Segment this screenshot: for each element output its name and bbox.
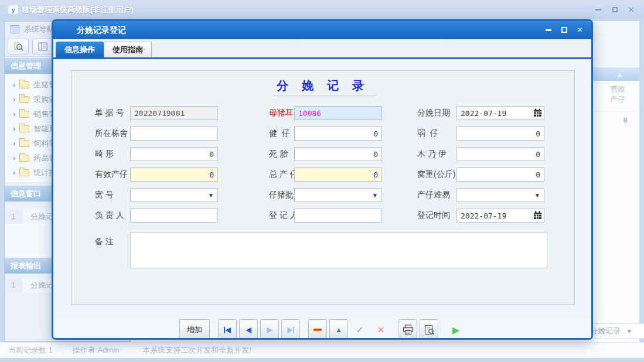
farrowing-form-panel: 分 娩 记 录 单 据 号 母猪耳号 分娩日期 [71, 70, 575, 305]
healthy-piglets-field[interactable] [294, 127, 382, 141]
effective-litter-label: 有效产仔 [95, 169, 128, 180]
window-bottom-edge [0, 358, 644, 362]
tab-user-guide[interactable]: 使用指南 [104, 42, 152, 57]
register-time-label: 登记时间 [417, 210, 450, 221]
sow-ear-no-field[interactable] [294, 106, 382, 120]
building-label: 所在栋舍 [95, 128, 128, 139]
panel-button[interactable] [32, 39, 53, 54]
chevron-down-icon: ▼ [372, 192, 378, 199]
mummy-label: 木 乃 伊 [417, 149, 447, 159]
cancel-button[interactable]: ✕ [372, 319, 390, 340]
chevron-down-icon: ▼ [626, 328, 632, 334]
form-title-underline [274, 95, 376, 95]
minimize-icon [595, 9, 601, 11]
edit-button[interactable]: ▲ [329, 319, 348, 340]
statusbar: 当前记录数 1 操作者:Admin 本系统支持二次开发和全新开发! [0, 342, 644, 358]
registrar-field[interactable] [294, 209, 382, 223]
close-icon: ✕ [577, 26, 582, 34]
folder-icon [19, 155, 29, 162]
dialog-content: 分 娩 记 录 单 据 号 母猪耳号 分娩日期 [53, 59, 591, 340]
calendar-icon[interactable] [533, 108, 542, 117]
add-button[interactable]: 增加 [179, 319, 210, 340]
folder-icon [19, 81, 29, 88]
chevron-right-icon: › [13, 95, 15, 104]
dialog-maximize-button[interactable] [560, 26, 568, 34]
column-header[interactable]: 有效产仔 [610, 84, 639, 111]
chevron-right-icon: › [13, 153, 15, 162]
deformed-field[interactable] [130, 147, 218, 161]
chevron-right-icon: › [13, 139, 15, 148]
tab-info-operation[interactable]: 信息操作 [56, 42, 104, 57]
nav-checkbox-icon[interactable] [11, 25, 19, 33]
remark-label: 备 注 [95, 237, 114, 247]
search-icon [13, 42, 23, 52]
system-nav-label: 系统导航 [24, 24, 54, 35]
folder-icon [19, 96, 29, 103]
farrowing-record-dialog: 分娩记录登记 ✕ 信息操作 使用指南 分 娩 记 录 单 据 号 母猪耳号 分娩… [52, 19, 593, 340]
nav-last-icon: ▶ [287, 326, 292, 334]
litter-no-select[interactable]: ▼ [130, 188, 218, 202]
building-field[interactable] [130, 127, 218, 141]
chevron-right-icon: › [13, 124, 15, 133]
run-button[interactable]: ▶ [447, 319, 465, 340]
chevron-right-icon: › [13, 80, 15, 89]
mummy-field[interactable] [456, 147, 544, 161]
form-title: 分 娩 记 录 [71, 78, 574, 94]
effective-litter-field[interactable] [130, 168, 218, 182]
close-icon: ✕ [628, 5, 635, 14]
app-icon: y [8, 5, 18, 14]
main-restore-button[interactable] [610, 5, 619, 13]
minus-icon [314, 329, 322, 331]
main-minimize-button[interactable] [594, 5, 603, 13]
remark-field[interactable] [130, 232, 547, 268]
nav-first-icon: ◀ [225, 326, 230, 334]
dialog-minimize-button[interactable] [544, 26, 553, 34]
minimize-icon [546, 29, 551, 31]
panel-icon [38, 42, 47, 51]
nav-first-button[interactable]: ◀ [218, 319, 237, 340]
status-message: 本系统支持二次开发和全新开发! [142, 345, 251, 356]
difficulty-select[interactable]: ▼ [456, 188, 544, 202]
main-close-button[interactable]: ✕ [626, 5, 636, 13]
register-time-field[interactable] [456, 209, 544, 223]
nav-prev-button[interactable]: ◀ [239, 319, 258, 340]
printer-icon [403, 325, 414, 335]
search-button[interactable] [8, 39, 29, 54]
main-titlebar: y 猪场管理系统高级版(非注册用户) ✕ [0, 0, 644, 19]
folder-icon [19, 169, 29, 176]
chevron-right-icon: › [13, 110, 15, 118]
record-type-select[interactable]: 分娩记录 ▼ [585, 323, 644, 339]
dialog-title: 分娩记录登记 [77, 25, 126, 36]
print-button[interactable] [398, 319, 417, 340]
difficulty-label: 产仔难易 [417, 190, 450, 200]
dialog-button-bar: 增加 ◀ ◀ ▶ ▶ ▲ ✓ ✕ [53, 318, 591, 340]
responsible-field[interactable] [130, 209, 218, 223]
responsible-label: 负 责 人 [95, 210, 124, 221]
doc-no-label: 单 据 号 [95, 108, 124, 118]
calendar-icon[interactable] [533, 211, 542, 220]
row-index: 1 [5, 210, 22, 224]
farrow-date-field[interactable] [456, 106, 544, 120]
folder-icon [19, 140, 29, 147]
litter-no-label: 窝 号 [95, 190, 114, 200]
nav-last-button[interactable]: ▶ [281, 319, 300, 340]
restore-icon [612, 7, 618, 12]
maximize-icon [561, 27, 567, 33]
weak-piglets-field[interactable] [456, 127, 544, 141]
confirm-button[interactable]: ✓ [350, 319, 369, 340]
deformed-label: 畸 形 [95, 149, 114, 159]
nav-prev-icon: ◀ [246, 326, 251, 334]
total-litter-field[interactable] [294, 168, 382, 182]
dialog-tabstrip: 信息操作 使用指南 [53, 39, 591, 57]
play-icon: ▶ [452, 325, 459, 336]
stillborn-field[interactable] [294, 147, 382, 161]
stillborn-label: 死 胎 [269, 149, 288, 159]
nav-next-button[interactable]: ▶ [260, 319, 279, 340]
delete-button[interactable] [308, 319, 327, 340]
litter-weight-field[interactable] [456, 168, 544, 182]
doc-no-field[interactable] [130, 106, 218, 120]
operator: 操作者:Admin [73, 345, 119, 356]
dialog-close-button[interactable]: ✕ [575, 26, 584, 34]
piglet-batch-select[interactable]: ▼ [294, 188, 382, 202]
print-preview-button[interactable] [420, 319, 438, 340]
